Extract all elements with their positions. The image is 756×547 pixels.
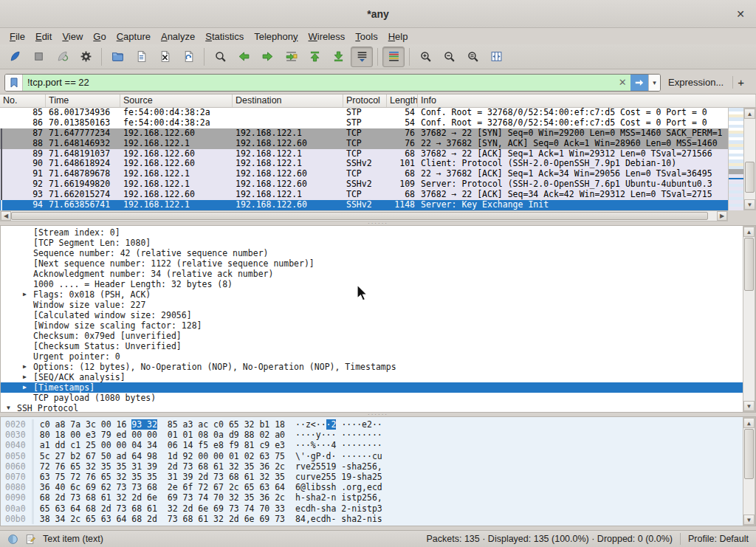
file-reload-button[interactable] <box>177 47 199 67</box>
scroll-thumb[interactable] <box>745 162 755 193</box>
title-bar[interactable]: *any ✕ <box>0 0 756 28</box>
filter-bookmark-button[interactable] <box>5 75 23 91</box>
file-open-button[interactable] <box>106 47 128 67</box>
hex-line[interactable]: 008036 40 6c 69 62 73 73 68 2e 6f 72 67 … <box>1 482 755 492</box>
menu-item-statistics[interactable]: Statistics <box>200 30 249 44</box>
detail-line[interactable]: 1000 .... = Header Length: 32 bytes (8) <box>1 279 743 289</box>
hex-line[interactable]: 007063 75 72 76 65 32 35 35 31 39 2d 73 … <box>1 472 755 482</box>
profile-text[interactable]: Profile: Default <box>688 534 756 544</box>
column-header-destination[interactable]: Destination <box>233 94 343 107</box>
menu-item-view[interactable]: View <box>57 30 88 44</box>
scroll-right-icon[interactable]: ▶ <box>717 211 727 221</box>
go-last-button[interactable] <box>327 47 349 67</box>
auto-scroll-button[interactable] <box>351 47 373 67</box>
hex-line[interactable]: 006072 76 65 32 35 35 31 39 2d 73 68 61 … <box>1 461 755 472</box>
detail-line[interactable]: Checksum: 0x79ed [unverified] <box>1 331 743 341</box>
expression-button[interactable]: Expression... <box>661 77 731 88</box>
go-back-button[interactable] <box>233 47 255 67</box>
menu-item-capture[interactable]: Capture <box>111 30 156 44</box>
menu-item-file[interactable]: File <box>4 30 30 44</box>
filter-clear-button[interactable]: ✕ <box>614 75 630 91</box>
detail-line[interactable]: ▶[SEQ/ACK analysis] <box>1 372 743 382</box>
colorize-button[interactable] <box>382 47 405 67</box>
file-save-button[interactable] <box>130 47 152 67</box>
detail-line[interactable]: [Window size scaling factor: 128] <box>1 320 743 331</box>
packet-row-88[interactable]: 8871.648146932192.168.122.1192.168.122.6… <box>0 139 728 149</box>
expand-arrow-icon[interactable]: ▶ <box>23 382 27 393</box>
zoom-in-button[interactable] <box>414 47 436 67</box>
bytes-vscrollbar[interactable]: ▲ ▼ <box>743 417 755 526</box>
scroll-left-icon[interactable]: ◀ <box>1 211 11 221</box>
menu-item-tools[interactable]: Tools <box>350 30 382 44</box>
zoom-original-button[interactable] <box>461 47 484 67</box>
hex-line[interactable]: 0040a1 dd c1 25 00 00 04 34 06 14 f5 e8 … <box>1 440 755 450</box>
packet-row-86[interactable]: 8670.013850163fe:54:00:d4:38:2aSTP54Conf… <box>0 118 728 128</box>
packet-row-93[interactable]: 9371.662015274192.168.122.60192.168.122.… <box>0 190 728 200</box>
detail-line[interactable]: [Calculated window size: 29056] <box>1 310 743 320</box>
column-header-no[interactable]: No. <box>0 94 46 107</box>
scroll-up-icon[interactable]: ▲ <box>744 109 755 119</box>
details-vscrollbar[interactable]: ▲ ▼ <box>743 226 755 412</box>
close-icon[interactable]: ✕ <box>734 7 747 21</box>
capture-stop-button[interactable] <box>27 47 49 67</box>
detail-line[interactable]: [Checksum Status: Unverified] <box>1 341 743 351</box>
packet-row-89[interactable]: 8971.648191037192.168.122.60192.168.122.… <box>0 149 728 159</box>
detail-line[interactable]: Acknowledgment number: 34 (relative ack … <box>1 269 743 279</box>
hex-line[interactable]: 00505c 27 b2 67 50 ad 64 98 1d 92 00 00 … <box>1 451 755 461</box>
menu-item-wireless[interactable]: Wireless <box>303 30 351 44</box>
scroll-up-icon[interactable]: ▲ <box>743 418 755 428</box>
collapse-arrow-icon[interactable]: ▼ <box>7 403 10 413</box>
column-header-info[interactable]: Info <box>418 94 756 107</box>
packet-list-hscrollbar[interactable]: ◀ ▶ <box>0 210 728 221</box>
scroll-up-icon[interactable]: ▲ <box>743 227 755 237</box>
packet-row-87[interactable]: 8771.647777234192.168.122.60192.168.122.… <box>0 128 728 139</box>
go-first-button[interactable] <box>303 47 326 67</box>
filter-apply-button[interactable] <box>630 75 648 91</box>
packet-row-92[interactable]: 9271.661949820192.168.122.1192.168.122.6… <box>0 179 728 190</box>
capture-start-button[interactable] <box>4 47 26 67</box>
scroll-thumb[interactable] <box>744 429 754 479</box>
detail-line[interactable]: [Stream index: 0] <box>1 227 743 238</box>
go-forward-button[interactable] <box>256 47 278 67</box>
packet-row-94[interactable]: 9471.663856741192.168.122.1192.168.122.6… <box>0 200 728 210</box>
go-to-packet-button[interactable] <box>280 47 302 67</box>
expert-info-icon[interactable] <box>7 534 18 545</box>
detail-line[interactable]: ▶[Timestamps] <box>1 382 743 393</box>
scroll-down-icon[interactable]: ▼ <box>744 199 755 210</box>
column-header-protocol[interactable]: Protocol <box>343 94 387 107</box>
menu-item-go[interactable]: Go <box>88 30 111 44</box>
menu-item-edit[interactable]: Edit <box>30 30 57 44</box>
scroll-down-icon[interactable]: ▼ <box>743 515 755 525</box>
capture-comment-icon[interactable] <box>25 534 36 545</box>
hex-line[interactable]: 00b038 34 2c 65 63 64 68 2d 73 68 61 32 … <box>1 514 755 524</box>
hex-line[interactable]: 0020c0 a8 7a 3c 00 16 93 32 85 a3 ac c0 … <box>1 419 755 430</box>
detail-line[interactable]: [Next sequence number: 1122 (relative se… <box>1 258 743 269</box>
menu-item-help[interactable]: Help <box>383 30 413 44</box>
resize-columns-button[interactable] <box>485 47 507 67</box>
scroll-thumb[interactable] <box>11 212 708 220</box>
hex-line[interactable]: 003080 18 00 e3 79 ed 00 00 01 01 08 0a … <box>1 430 755 440</box>
packet-row-90[interactable]: 9071.648618924192.168.122.60192.168.122.… <box>0 159 728 169</box>
column-header-source[interactable]: Source <box>120 94 233 107</box>
zoom-out-button[interactable] <box>438 47 460 67</box>
detail-line[interactable]: Urgent pointer: 0 <box>1 351 743 362</box>
menu-item-telephony[interactable]: Telephony <box>249 30 303 44</box>
detail-line[interactable]: Window size value: 227 <box>1 300 743 310</box>
packet-list-minimap[interactable] <box>728 108 743 210</box>
detail-line[interactable]: Sequence number: 42 (relative sequence n… <box>1 248 743 258</box>
capture-options-button[interactable] <box>75 47 97 67</box>
hex-line[interactable]: 009068 2d 73 68 61 32 2d 6e 69 73 74 70 … <box>1 492 755 503</box>
filter-history-dropdown[interactable]: ▾ <box>648 75 660 91</box>
menu-item-analyze[interactable]: Analyze <box>156 30 200 44</box>
expand-arrow-icon[interactable]: ▶ <box>23 362 27 372</box>
detail-line[interactable]: [TCP Segment Len: 1080] <box>1 238 743 248</box>
expand-arrow-icon[interactable]: ▶ <box>23 289 27 300</box>
detail-line[interactable]: ▶Flags: 0x018 (PSH, ACK) <box>1 289 743 300</box>
add-filter-button[interactable]: + <box>732 76 752 89</box>
packet-list-vscrollbar[interactable]: ▲ ▼ <box>743 108 756 210</box>
column-header-time[interactable]: Time <box>46 94 120 107</box>
detail-line[interactable]: ▶Options: (12 bytes), No-Operation (NOP)… <box>1 362 743 372</box>
scroll-down-icon[interactable]: ▼ <box>743 401 755 411</box>
file-close-button[interactable] <box>154 47 176 67</box>
detail-line[interactable]: TCP payload (1080 bytes) <box>1 393 743 403</box>
